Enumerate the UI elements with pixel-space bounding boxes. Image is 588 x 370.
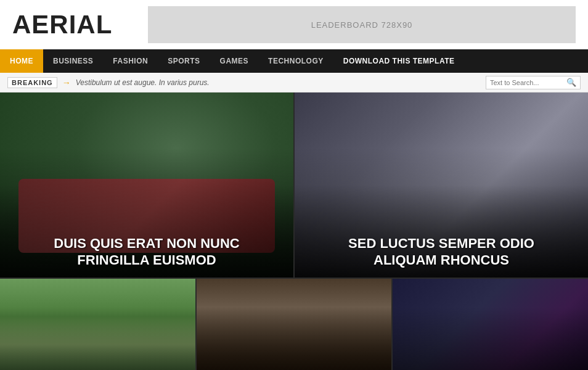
breaking-arrow-icon: → <box>62 78 71 88</box>
site-logo: AERIAL <box>12 10 136 39</box>
site-header: AERIAL LEADERBOARD 728X90 <box>0 0 588 49</box>
breaking-label: BREAKING <box>7 77 57 88</box>
article-image-man <box>197 279 392 370</box>
nav-item-technology[interactable]: TECHNOLOGY <box>258 49 333 73</box>
nav-item-games[interactable]: GAMES <box>210 49 259 73</box>
nav-item-sports[interactable]: SPORTS <box>158 49 210 73</box>
nav-item-download[interactable]: DOWNLOAD THIS TEMPLATE <box>333 49 465 73</box>
leaderboard-ad: LEADERBOARD 728X90 <box>148 6 576 43</box>
nav-item-business[interactable]: BUSINESS <box>43 49 103 73</box>
article-small-1[interactable] <box>0 279 195 370</box>
article-caption-2: SED LUCTUS SEMPER ODIOALIQUAM RHONCUS <box>295 226 588 278</box>
large-articles-row: DUIS QUIS ERAT NON NUNCFRINGILLA EUISMOD… <box>0 92 588 278</box>
article-title-1: DUIS QUIS ERAT NON NUNCFRINGILLA EUISMOD <box>12 236 281 268</box>
main-nav: HOME BUSINESS FASHION SPORTS GAMES TECHN… <box>0 49 588 73</box>
breaking-text: Vestibulum ut est augue. In varius purus… <box>76 78 486 87</box>
article-large-1[interactable]: DUIS QUIS ERAT NON NUNCFRINGILLA EUISMOD <box>0 92 293 278</box>
breaking-bar: BREAKING → Vestibulum ut est augue. In v… <box>0 73 588 92</box>
article-caption-1: DUIS QUIS ERAT NON NUNCFRINGILLA EUISMOD <box>0 226 293 278</box>
article-small-2[interactable] <box>195 279 392 370</box>
article-title-2: SED LUCTUS SEMPER ODIOALIQUAM RHONCUS <box>307 236 576 268</box>
article-image-forest <box>0 279 195 370</box>
nav-item-home[interactable]: HOME <box>0 49 43 73</box>
small-articles-row <box>0 278 588 370</box>
article-small-3[interactable] <box>391 279 588 370</box>
nav-item-fashion[interactable]: FASHION <box>103 49 158 73</box>
search-input[interactable] <box>490 79 564 86</box>
image-overlay-3 <box>0 279 195 370</box>
search-box[interactable]: 🔍 <box>486 76 581 89</box>
image-overlay-5 <box>393 279 588 370</box>
image-overlay-4 <box>197 279 392 370</box>
main-grid: DUIS QUIS ERAT NON NUNCFRINGILLA EUISMOD… <box>0 92 588 370</box>
article-image-woman <box>393 279 588 370</box>
article-large-2[interactable]: SED LUCTUS SEMPER ODIOALIQUAM RHONCUS <box>293 92 588 278</box>
search-icon: 🔍 <box>566 78 576 87</box>
